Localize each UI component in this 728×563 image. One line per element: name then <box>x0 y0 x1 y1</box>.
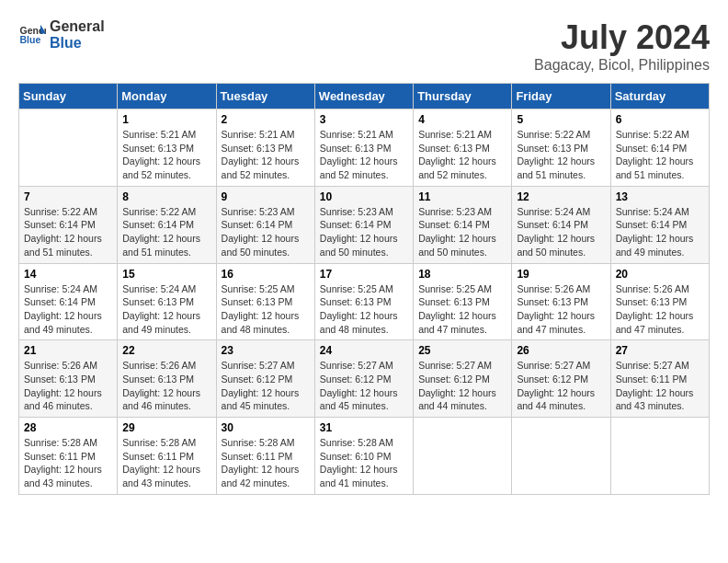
calendar-cell: 11Sunrise: 5:23 AM Sunset: 6:14 PM Dayli… <box>414 186 512 263</box>
day-number: 1 <box>122 113 210 126</box>
col-header-sunday: Sunday <box>19 84 118 109</box>
day-info: Sunrise: 5:28 AM Sunset: 6:11 PM Dayligh… <box>222 436 310 490</box>
day-info: Sunrise: 5:23 AM Sunset: 6:14 PM Dayligh… <box>222 205 310 259</box>
day-info: Sunrise: 5:28 AM Sunset: 6:11 PM Dayligh… <box>24 436 112 490</box>
day-info: Sunrise: 5:22 AM Sunset: 6:14 PM Dayligh… <box>24 205 112 259</box>
day-info: Sunrise: 5:23 AM Sunset: 6:14 PM Dayligh… <box>418 205 506 259</box>
day-number: 12 <box>517 190 605 203</box>
day-number: 10 <box>320 190 408 203</box>
logo-icon: General Blue <box>18 21 46 49</box>
calendar-cell: 5Sunrise: 5:22 AM Sunset: 6:13 PM Daylig… <box>512 109 610 187</box>
calendar-cell: 24Sunrise: 5:27 AM Sunset: 6:12 PM Dayli… <box>314 340 413 418</box>
calendar-cell: 7Sunrise: 5:22 AM Sunset: 6:14 PM Daylig… <box>19 186 118 263</box>
week-row-1: 1Sunrise: 5:21 AM Sunset: 6:13 PM Daylig… <box>19 109 710 187</box>
day-info: Sunrise: 5:26 AM Sunset: 6:13 PM Dayligh… <box>517 282 605 337</box>
day-number: 26 <box>517 344 605 357</box>
day-number: 30 <box>222 421 310 434</box>
day-number: 25 <box>418 344 506 357</box>
calendar-cell: 21Sunrise: 5:26 AM Sunset: 6:13 PM Dayli… <box>19 340 118 418</box>
calendar-cell: 23Sunrise: 5:27 AM Sunset: 6:12 PM Dayli… <box>216 340 314 418</box>
day-number: 3 <box>320 113 408 126</box>
day-info: Sunrise: 5:22 AM Sunset: 6:14 PM Dayligh… <box>616 128 704 182</box>
col-header-saturday: Saturday <box>610 84 709 109</box>
day-number: 21 <box>24 344 112 357</box>
day-info: Sunrise: 5:28 AM Sunset: 6:11 PM Dayligh… <box>122 436 210 490</box>
day-info: Sunrise: 5:27 AM Sunset: 6:12 PM Dayligh… <box>418 359 506 413</box>
calendar-cell: 16Sunrise: 5:25 AM Sunset: 6:13 PM Dayli… <box>216 263 314 340</box>
calendar-cell: 15Sunrise: 5:24 AM Sunset: 6:13 PM Dayli… <box>118 263 216 340</box>
day-number: 16 <box>222 268 310 281</box>
day-number: 5 <box>517 113 605 126</box>
day-info: Sunrise: 5:22 AM Sunset: 6:14 PM Dayligh… <box>122 205 210 259</box>
day-info: Sunrise: 5:25 AM Sunset: 6:13 PM Dayligh… <box>320 282 408 337</box>
logo: General Blue General Blue <box>18 18 105 51</box>
calendar-cell: 25Sunrise: 5:27 AM Sunset: 6:12 PM Dayli… <box>414 340 512 418</box>
calendar-cell <box>610 418 709 495</box>
week-row-5: 28Sunrise: 5:28 AM Sunset: 6:11 PM Dayli… <box>19 418 710 495</box>
day-info: Sunrise: 5:21 AM Sunset: 6:13 PM Dayligh… <box>222 128 310 182</box>
col-header-friday: Friday <box>512 84 610 109</box>
logo-blue: Blue <box>50 35 105 52</box>
day-number: 20 <box>616 268 704 281</box>
day-info: Sunrise: 5:25 AM Sunset: 6:13 PM Dayligh… <box>222 282 310 337</box>
day-info: Sunrise: 5:27 AM Sunset: 6:12 PM Dayligh… <box>222 359 310 413</box>
day-info: Sunrise: 5:27 AM Sunset: 6:11 PM Dayligh… <box>616 359 704 413</box>
day-number: 27 <box>616 344 704 357</box>
calendar-cell: 1Sunrise: 5:21 AM Sunset: 6:13 PM Daylig… <box>118 109 216 187</box>
day-number: 23 <box>222 344 310 357</box>
week-row-2: 7Sunrise: 5:22 AM Sunset: 6:14 PM Daylig… <box>19 186 710 263</box>
day-number: 17 <box>320 268 408 281</box>
week-row-4: 21Sunrise: 5:26 AM Sunset: 6:13 PM Dayli… <box>19 340 710 418</box>
title-area: July 2024 Bagacay, Bicol, Philippines <box>534 18 710 74</box>
page-title: July 2024 <box>534 18 710 57</box>
calendar-header-row: SundayMondayTuesdayWednesdayThursdayFrid… <box>19 84 710 109</box>
day-number: 14 <box>24 268 112 281</box>
day-number: 4 <box>418 113 506 126</box>
day-number: 19 <box>517 268 605 281</box>
calendar-cell: 22Sunrise: 5:26 AM Sunset: 6:13 PM Dayli… <box>118 340 216 418</box>
col-header-thursday: Thursday <box>414 84 512 109</box>
day-info: Sunrise: 5:26 AM Sunset: 6:13 PM Dayligh… <box>616 282 704 337</box>
day-number: 2 <box>222 113 310 126</box>
calendar-cell: 10Sunrise: 5:23 AM Sunset: 6:14 PM Dayli… <box>314 186 413 263</box>
calendar-cell: 28Sunrise: 5:28 AM Sunset: 6:11 PM Dayli… <box>19 418 118 495</box>
day-info: Sunrise: 5:27 AM Sunset: 6:12 PM Dayligh… <box>320 359 408 413</box>
calendar-table: SundayMondayTuesdayWednesdayThursdayFrid… <box>18 83 710 495</box>
header: General Blue General Blue July 2024 Baga… <box>18 18 710 74</box>
day-number: 13 <box>616 190 704 203</box>
day-number: 8 <box>122 190 210 203</box>
calendar-cell: 17Sunrise: 5:25 AM Sunset: 6:13 PM Dayli… <box>314 263 413 340</box>
calendar-cell: 9Sunrise: 5:23 AM Sunset: 6:14 PM Daylig… <box>216 186 314 263</box>
calendar-cell: 4Sunrise: 5:21 AM Sunset: 6:13 PM Daylig… <box>414 109 512 187</box>
calendar-cell: 14Sunrise: 5:24 AM Sunset: 6:14 PM Dayli… <box>19 263 118 340</box>
day-number: 29 <box>122 421 210 434</box>
calendar-cell: 6Sunrise: 5:22 AM Sunset: 6:14 PM Daylig… <box>610 109 709 187</box>
day-info: Sunrise: 5:24 AM Sunset: 6:13 PM Dayligh… <box>122 282 210 337</box>
day-info: Sunrise: 5:26 AM Sunset: 6:13 PM Dayligh… <box>24 359 112 413</box>
day-number: 28 <box>24 421 112 434</box>
col-header-tuesday: Tuesday <box>216 84 314 109</box>
calendar-cell: 12Sunrise: 5:24 AM Sunset: 6:14 PM Dayli… <box>512 186 610 263</box>
calendar-cell: 31Sunrise: 5:28 AM Sunset: 6:10 PM Dayli… <box>314 418 413 495</box>
calendar-cell: 19Sunrise: 5:26 AM Sunset: 6:13 PM Dayli… <box>512 263 610 340</box>
calendar-cell <box>512 418 610 495</box>
calendar-cell: 20Sunrise: 5:26 AM Sunset: 6:13 PM Dayli… <box>610 263 709 340</box>
calendar-cell: 3Sunrise: 5:21 AM Sunset: 6:13 PM Daylig… <box>314 109 413 187</box>
day-number: 6 <box>616 113 704 126</box>
day-number: 22 <box>122 344 210 357</box>
day-info: Sunrise: 5:25 AM Sunset: 6:13 PM Dayligh… <box>418 282 506 337</box>
week-row-3: 14Sunrise: 5:24 AM Sunset: 6:14 PM Dayli… <box>19 263 710 340</box>
day-number: 7 <box>24 190 112 203</box>
day-info: Sunrise: 5:24 AM Sunset: 6:14 PM Dayligh… <box>517 205 605 259</box>
day-number: 9 <box>222 190 310 203</box>
svg-text:Blue: Blue <box>20 34 41 45</box>
col-header-monday: Monday <box>118 84 216 109</box>
calendar-cell: 29Sunrise: 5:28 AM Sunset: 6:11 PM Dayli… <box>118 418 216 495</box>
calendar-cell: 2Sunrise: 5:21 AM Sunset: 6:13 PM Daylig… <box>216 109 314 187</box>
day-number: 11 <box>418 190 506 203</box>
day-info: Sunrise: 5:23 AM Sunset: 6:14 PM Dayligh… <box>320 205 408 259</box>
calendar-cell: 30Sunrise: 5:28 AM Sunset: 6:11 PM Dayli… <box>216 418 314 495</box>
calendar-cell <box>19 109 118 187</box>
day-info: Sunrise: 5:22 AM Sunset: 6:13 PM Dayligh… <box>517 128 605 182</box>
logo-general: General <box>50 18 105 35</box>
